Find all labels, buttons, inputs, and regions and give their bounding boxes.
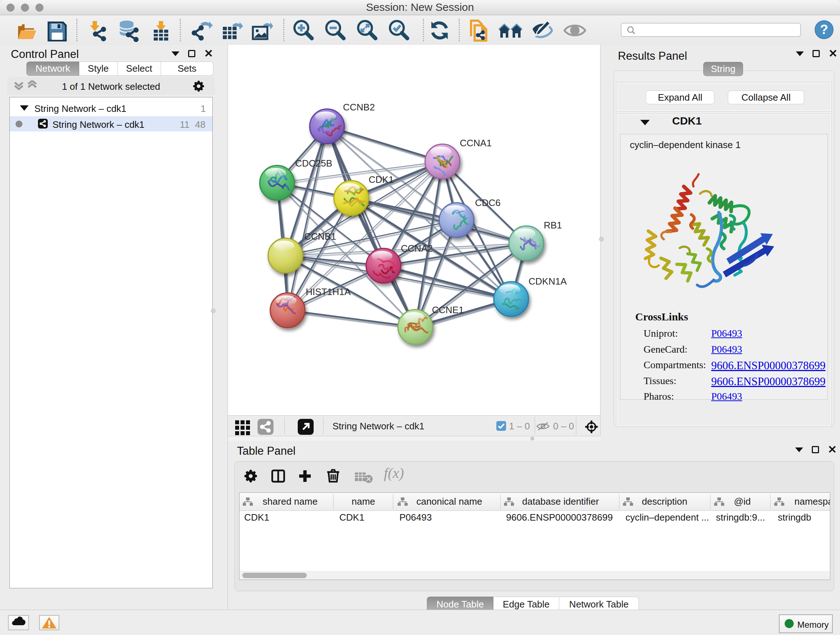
svg-text:HIST1H1A: HIST1H1A [306,287,351,297]
svg-text:CDC25B: CDC25B [295,158,332,169]
svg-text:CCNA2: CCNA2 [401,243,433,254]
svg-text:CDKN1A: CDKN1A [529,276,567,287]
svg-text:CCNE1: CCNE1 [432,304,464,315]
svg-text:CCNB1: CCNB1 [304,231,336,242]
svg-text:RB1: RB1 [544,220,562,231]
svg-text:CCNA1: CCNA1 [460,138,492,149]
svg-text:CCNB2: CCNB2 [343,102,375,112]
svg-text:CDK1: CDK1 [369,174,393,185]
svg-text:CDC6: CDC6 [475,197,501,208]
